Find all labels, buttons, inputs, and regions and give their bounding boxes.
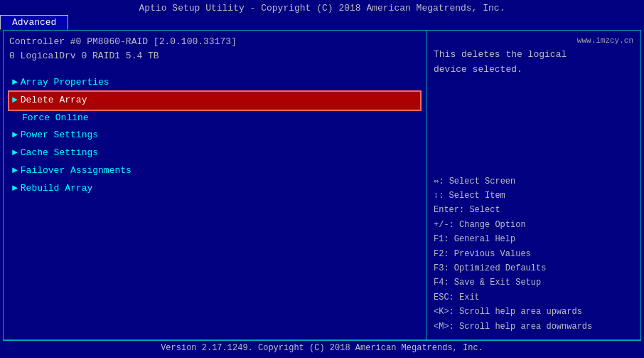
arrow-icon: ► xyxy=(12,75,18,90)
key-hint-5: F2: Previous Values xyxy=(434,247,633,261)
controller-line1: Controller #0 PM8060-RAID [2.0.100.33173… xyxy=(9,35,420,49)
arrow-icon: ► xyxy=(12,128,18,143)
menu-item-label: Rebuild Array xyxy=(21,181,92,196)
controller-line2: 0 LogicalDrv 0 RAID1 5.4 TB xyxy=(9,49,420,63)
menu-item-label: Power Settings xyxy=(21,128,98,143)
menu-item-power-settings[interactable]: ► Power Settings xyxy=(9,127,420,144)
menu-item-failover-assignments[interactable]: ► Failover Assignments xyxy=(9,162,420,180)
menu-item-cache-settings[interactable]: ► Cache Settings xyxy=(9,144,420,162)
tab-row: Advanced xyxy=(0,15,644,30)
arrow-icon: ► xyxy=(12,164,18,179)
menu-item-label: Delete Array xyxy=(21,93,87,108)
controller-info: Controller #0 PM8060-RAID [2.0.100.33173… xyxy=(9,35,420,63)
left-panel: Controller #0 PM8060-RAID [2.0.100.33173… xyxy=(4,31,426,339)
menu-item-array-properties[interactable]: ► Array Properties xyxy=(9,74,420,92)
key-hint-0: ⇔: Select Screen xyxy=(434,174,633,189)
right-panel: www.imzcy.cn This deletes the logical de… xyxy=(426,31,640,339)
screen: Aptio Setup Utility - Copyright (C) 2018… xyxy=(0,0,644,358)
key-hint-6: F3: Optimized Defaults xyxy=(434,261,633,275)
key-hint-4: F1: General Help xyxy=(434,232,633,246)
arrow-icon: ► xyxy=(12,93,18,108)
watermark-top: www.imzcy.cn This deletes the logical de… xyxy=(434,36,633,83)
key-hint-7: F4: Save & Exit Setup xyxy=(434,275,633,290)
menu-list: ► Array Properties ► Delete Array Force … xyxy=(9,74,420,198)
menu-item-label: Array Properties xyxy=(21,75,109,90)
menu-item-delete-array[interactable]: ► Delete Array xyxy=(9,92,420,110)
footer: Version 2.17.1249. Copyright (C) 2018 Am… xyxy=(3,340,641,355)
help-text: This deletes the logical device selected… xyxy=(434,48,633,78)
arrow-icon: ► xyxy=(12,181,18,196)
tab-advanced[interactable]: Advanced xyxy=(0,15,68,30)
watermark: www.imzcy.cn xyxy=(434,36,633,45)
menu-item-label: Failover Assignments xyxy=(21,164,132,179)
top-bar: Aptio Setup Utility - Copyright (C) 2018… xyxy=(0,0,644,30)
key-hint-3: +/-: Change Option xyxy=(434,218,633,232)
menu-item-label: Force Online xyxy=(22,111,89,126)
key-hints: ⇔: Select Screen ↕: Select Item Enter: S… xyxy=(434,174,633,334)
main-content: Controller #0 PM8060-RAID [2.0.100.33173… xyxy=(3,30,641,340)
menu-item-label: Cache Settings xyxy=(21,146,98,161)
key-hint-8: ESC: Exit xyxy=(434,290,633,305)
key-hint-10: <M>: Scroll help area downwards xyxy=(434,320,633,334)
help-line1: This deletes the logical xyxy=(434,48,633,63)
menu-item-rebuild-array[interactable]: ► Rebuild Array xyxy=(9,180,420,198)
title-bar: Aptio Setup Utility - Copyright (C) 2018… xyxy=(0,3,644,14)
key-hint-9: <K>: Scroll help area upwards xyxy=(434,305,633,319)
menu-item-force-online[interactable]: Force Online xyxy=(9,110,420,127)
key-hint-2: Enter: Select xyxy=(434,203,633,217)
key-hint-1: ↕: Select Item xyxy=(434,189,633,203)
help-line2: device selected. xyxy=(434,63,633,78)
footer-text: Version 2.17.1249. Copyright (C) 2018 Am… xyxy=(161,343,483,353)
arrow-icon: ► xyxy=(12,146,18,161)
